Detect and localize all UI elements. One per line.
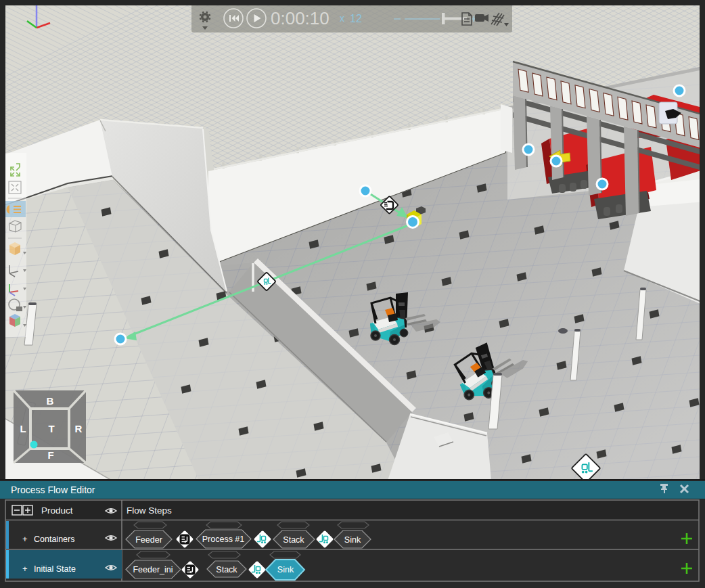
svg-text:L: L — [20, 423, 26, 434]
svg-text:T: T — [48, 423, 54, 434]
svg-text:F: F — [47, 449, 53, 461]
svg-text:+: + — [22, 534, 28, 544]
svg-text:Feeder_ini: Feeder_ini — [133, 565, 173, 574]
svg-text:Initial State: Initial State — [34, 564, 76, 574]
svg-text:Stack: Stack — [283, 535, 304, 545]
svg-text:12: 12 — [350, 13, 362, 24]
svg-text:B: B — [47, 395, 54, 407]
svg-text:Product: Product — [41, 505, 73, 516]
svg-text:0:00:10: 0:00:10 — [271, 8, 329, 28]
svg-text:Sink: Sink — [344, 535, 361, 545]
svg-text:Process Flow Editor: Process Flow Editor — [11, 484, 95, 495]
svg-text:x: x — [340, 13, 344, 24]
svg-text:Process #1: Process #1 — [202, 535, 245, 544]
svg-text:Containers: Containers — [34, 535, 74, 544]
svg-text:+: + — [22, 564, 28, 574]
svg-text:Flow Steps: Flow Steps — [127, 505, 172, 516]
svg-text:Stack: Stack — [216, 565, 237, 574]
svg-text:Sink: Sink — [277, 565, 294, 574]
svg-text:Feeder: Feeder — [135, 535, 162, 545]
svg-text:R: R — [75, 423, 83, 434]
